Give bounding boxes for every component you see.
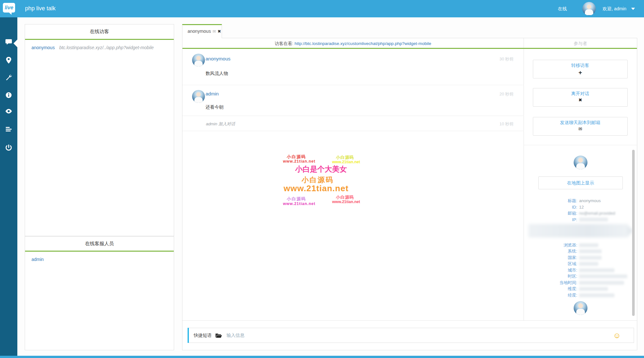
scrollbar[interactable] [632, 150, 635, 316]
green-underline [182, 48, 637, 49]
online-agents-panel: 在线客服人员 admin [25, 236, 174, 350]
detail-value: 12 [579, 205, 584, 210]
chat-icon [5, 40, 12, 46]
active-item-notch [13, 39, 18, 48]
detail-label: ID: [524, 205, 579, 210]
chat-message: admin 20 秒前 还看今朝 [182, 85, 523, 116]
visitor-name-link[interactable]: anonymous [31, 45, 55, 50]
app-logo[interactable]: live [3, 3, 15, 13]
button-label: 离开对话 [533, 91, 627, 97]
sidebar-item-monitor[interactable] [0, 109, 17, 120]
detail-value-redacted [579, 249, 602, 253]
visitor-avatar [574, 156, 587, 169]
watermark-text: www.21tian.net [283, 201, 315, 206]
detail-value-redacted [579, 262, 598, 266]
detail-label: 浏览器: [524, 242, 579, 248]
detail-label: 时区: [524, 273, 579, 279]
send-transcript-button[interactable]: 发送聊天副本到邮箱 ✉ [533, 117, 628, 136]
sidebar-rail [0, 17, 17, 356]
detail-label: 系统: [524, 248, 579, 254]
sidebar-item-logout[interactable] [0, 145, 17, 156]
agent-avatar [574, 301, 587, 315]
envelope-icon: ✉ [212, 29, 216, 34]
avatar [192, 90, 205, 103]
info-icon [5, 94, 12, 99]
location-pin-icon [6, 59, 12, 65]
participants-panel: 参与者 转移访客 + 离开对话 ✖ 发送聊天副本到邮箱 ✉ 在地图上显示 标题:… [524, 38, 637, 320]
bottom-accent-bar [0, 356, 644, 358]
agent-list-item[interactable]: admin [25, 252, 174, 262]
user-avatar[interactable] [582, 2, 596, 15]
app-title: php live talk [25, 5, 56, 12]
detail-label: 维度: [524, 286, 579, 292]
message-input-row: 快捷短语 输入信息 ☺ [182, 320, 637, 350]
agent-name-link[interactable]: admin [31, 257, 44, 262]
detail-label: IP: [524, 217, 579, 222]
system-message-text: admin 加入对话 [206, 121, 235, 127]
detail-value-redacted [579, 281, 624, 285]
message-timestamp: 20 秒前 [499, 91, 514, 97]
online-status-label[interactable]: 在线 [558, 6, 567, 12]
message-author[interactable]: admin [206, 91, 219, 96]
participants-title: 参与者 [524, 38, 637, 49]
sidebar-item-logs[interactable] [0, 127, 17, 138]
message-text: 数风流人物 [206, 71, 228, 76]
chevron-down-icon[interactable] [631, 8, 635, 10]
detail-value-redacted [579, 243, 598, 247]
folder-icon[interactable] [216, 333, 222, 339]
transfer-visitor-button[interactable]: 转移访客 + [533, 60, 628, 78]
input-accent-bar [188, 328, 189, 343]
detail-value-redacted: no@email.provided [579, 211, 615, 216]
detail-label: 邮箱: [524, 210, 579, 216]
online-visitors-panel: 在线访客 anonymous btc.lostinparadise.xyz/..… [25, 24, 174, 236]
watermark-image: 小白源码 www.21tian.net 小白源码 www.21tian.net … [283, 153, 363, 208]
detail-value-redacted [579, 256, 602, 260]
detail-value-redacted [579, 293, 614, 297]
online-visitors-title: 在线访客 [25, 24, 174, 35]
visitor-details-continued: 浏览器: 系统: 国家: 区域: 城市: 时区: 当地时间: 维度: 经度: [524, 242, 633, 299]
chat-message: anonymous 30 秒前 数风流人物 [182, 49, 523, 85]
chat-tab-label: anonymous [188, 29, 211, 34]
message-author[interactable]: anonymous [206, 56, 231, 61]
watermark-text: www.21tian.net [284, 183, 348, 193]
detail-label: 国家: [524, 255, 579, 261]
sidebar-item-info[interactable] [0, 92, 17, 103]
visitor-viewing-url[interactable]: http://btc.lostinparadise.xyz/customlive… [295, 41, 431, 46]
detail-value-redacted [579, 287, 608, 291]
detail-value-redacted [579, 218, 608, 221]
redacted-info-strip [528, 224, 629, 237]
power-icon [5, 147, 12, 152]
chat-tab[interactable]: anonymous✉✖ [182, 24, 222, 38]
wrench-icon [5, 76, 12, 81]
watermark-text: www.21tian.net [283, 159, 315, 164]
close-icon: ✖ [533, 97, 627, 103]
detail-label: 经度: [524, 292, 579, 298]
list-icon [6, 127, 12, 133]
online-agents-title: 在线客服人员 [25, 237, 174, 247]
sidebar-item-map[interactable] [0, 57, 17, 68]
message-input-placeholder[interactable]: 输入信息 [226, 333, 244, 338]
sidebar-item-settings[interactable] [0, 74, 17, 85]
close-tab-icon[interactable]: ✖ [217, 29, 221, 34]
message-input-box[interactable]: 快捷短语 输入信息 ☺ [188, 328, 634, 343]
message-text: 还看今朝 [206, 104, 224, 110]
visitor-viewing-label: 访客在看: [275, 41, 293, 46]
button-label: 发送聊天副本到邮箱 [533, 120, 627, 126]
detail-value-redacted [579, 268, 614, 272]
detail-label: 区域: [524, 261, 579, 267]
visitor-current-page: btc.lostinparadise.xyz/../app.php?widget… [59, 45, 154, 50]
button-label: 转移访客 [533, 63, 627, 68]
detail-value: anonymous [579, 198, 601, 203]
emoji-icon[interactable]: ☺ [613, 331, 621, 340]
welcome-user-label[interactable]: 欢迎, admin [603, 6, 626, 12]
visitor-list-item[interactable]: anonymous btc.lostinparadise.xyz/../app.… [25, 40, 174, 50]
chat-main-container: 访客在看: http://btc.lostinparadise.xyz/cust… [182, 38, 637, 350]
system-message: admin 加入对话 10 秒前 [182, 116, 523, 131]
quick-phrases-button[interactable]: 快捷短语 [194, 333, 212, 338]
top-bar: live php live talk 在线 欢迎, admin [0, 0, 644, 17]
chat-message-area: anonymous 30 秒前 数风流人物 admin 20 秒前 还看今朝 a… [182, 49, 523, 320]
leave-conversation-button[interactable]: 离开对话 ✖ [533, 88, 628, 107]
show-on-map-button[interactable]: 在地图上显示 [538, 176, 623, 189]
divider [524, 145, 637, 145]
detail-value-redacted [579, 274, 627, 278]
